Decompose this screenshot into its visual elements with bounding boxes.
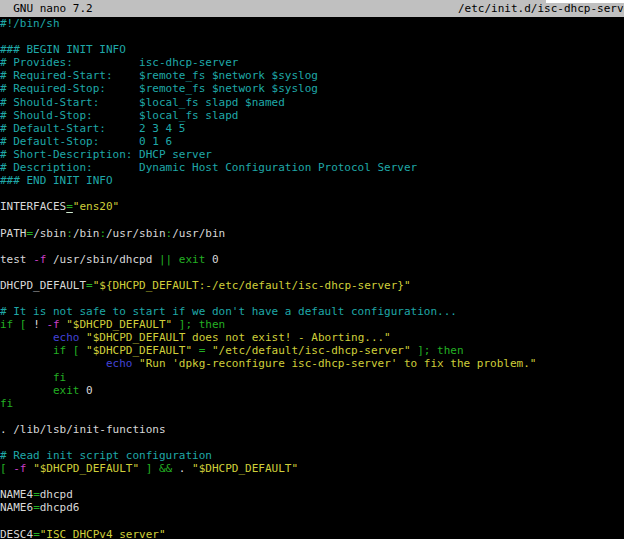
code-token: . /lib/lsb/init-functions xyxy=(0,423,166,436)
code-token: "ens20" xyxy=(73,200,119,213)
code-line[interactable] xyxy=(0,475,624,488)
code-line[interactable]: DESC4="ISC DHCPv4 server" xyxy=(0,528,624,539)
code-token: "ISC DHCPv4 server" xyxy=(40,528,166,539)
code-line[interactable] xyxy=(0,292,624,305)
code-line[interactable]: # Provides: isc-dhcp-server xyxy=(0,56,624,69)
screen-edge-artifact xyxy=(546,0,624,3)
code-token: PATH xyxy=(0,227,27,240)
code-token xyxy=(0,357,106,370)
code-token: DESC4 xyxy=(0,528,33,539)
code-line[interactable]: # Default-Stop: 0 1 6 xyxy=(0,135,624,148)
text-cursor: = xyxy=(66,200,73,213)
code-token: 0 xyxy=(205,253,218,266)
code-token: ### BEGIN INIT INFO xyxy=(0,43,126,56)
code-token: "$DHCPD_DEFAULT" xyxy=(66,318,172,331)
code-token: dhcpd xyxy=(40,488,73,501)
code-token: dhcpd6 xyxy=(40,501,80,514)
code-token: fi xyxy=(0,371,66,384)
code-line[interactable]: ### END INIT INFO xyxy=(0,174,624,187)
code-line[interactable]: . /lib/lsb/init-functions xyxy=(0,423,624,436)
code-line[interactable] xyxy=(0,410,624,423)
code-line[interactable]: # Description: Dynamic Host Configuratio… xyxy=(0,161,624,174)
code-token: # Should-Start: $local_fs slapd $named xyxy=(0,96,285,109)
code-line[interactable] xyxy=(0,436,624,449)
terminal-screen: { "titlebar": { "app": " GNU nano 7.2", … xyxy=(0,0,624,539)
code-token: ### END INIT INFO xyxy=(0,174,113,187)
code-line[interactable]: if [ "$DHCPD_DEFAULT" = "/etc/default/is… xyxy=(0,344,624,357)
code-line[interactable]: if [ ! -f "$DHCPD_DEFAULT" ]; then xyxy=(0,318,624,331)
file-path-label: /etc/init.d/isc-dhcp-server xyxy=(458,2,624,15)
code-token: exit xyxy=(0,384,79,397)
code-token: NAME6 xyxy=(0,501,33,514)
code-token: = xyxy=(192,344,212,357)
code-token: # It is not safe to start if we don't ha… xyxy=(0,305,457,318)
code-token: # Required-Stop: $remote_fs $network $sy… xyxy=(0,82,318,95)
code-line[interactable]: fi xyxy=(0,397,624,410)
code-token: # Short-Description: DHCP server xyxy=(0,148,212,161)
code-line[interactable]: # It is not safe to start if we don't ha… xyxy=(0,305,624,318)
code-token: -f xyxy=(33,253,46,266)
code-line[interactable]: PATH=/sbin:/bin:/usr/sbin:/usr/bin xyxy=(0,227,624,240)
code-token: 0 xyxy=(79,384,92,397)
code-line[interactable]: # Required-Stop: $remote_fs $network $sy… xyxy=(0,82,624,95)
code-token: /sbin xyxy=(33,227,66,240)
code-line[interactable]: NAME6=dhcpd6 xyxy=(0,501,624,514)
code-line[interactable] xyxy=(0,187,624,200)
code-line[interactable]: NAME4=dhcpd xyxy=(0,488,624,501)
code-token: = xyxy=(33,488,40,501)
code-line[interactable]: [ -f "$DHCPD_DEFAULT" ] && . "$DHCPD_DEF… xyxy=(0,462,624,475)
editor-area[interactable]: #!/bin/sh### BEGIN INIT INFO# Provides: … xyxy=(0,17,624,539)
code-line[interactable]: fi xyxy=(0,371,624,384)
code-line[interactable] xyxy=(0,515,624,528)
code-line[interactable]: # Short-Description: DHCP server xyxy=(0,148,624,161)
code-line[interactable]: echo "$DHCPD_DEFAULT does not exist! - A… xyxy=(0,331,624,344)
code-line[interactable]: #!/bin/sh xyxy=(0,17,624,30)
code-token: # Required-Start: $remote_fs $network $s… xyxy=(0,69,318,82)
nano-version-label: GNU nano 7.2 xyxy=(0,2,93,15)
code-line[interactable]: INTERFACES="ens20" xyxy=(0,200,624,213)
code-line[interactable]: exit 0 xyxy=(0,384,624,397)
code-token: DHCPD_DEFAULT xyxy=(0,279,86,292)
code-token: "Run 'dpkg-reconfigure isc-dhcp-server' … xyxy=(139,357,536,370)
code-token: -f xyxy=(13,462,26,475)
code-token: INTERFACES xyxy=(0,200,66,213)
code-line[interactable] xyxy=(0,266,624,279)
code-token: fi xyxy=(0,397,13,410)
code-token: # Should-Stop: $local_fs slapd xyxy=(0,109,238,122)
code-line[interactable]: ### BEGIN INIT INFO xyxy=(0,43,624,56)
code-token: echo xyxy=(53,331,80,344)
code-token: if [ xyxy=(0,318,33,331)
code-token: if [ xyxy=(0,344,86,357)
code-token: "$DHCPD_DEFAULT" xyxy=(86,344,192,357)
code-line[interactable]: # Should-Start: $local_fs slapd $named xyxy=(0,96,624,109)
code-token: # Default-Stop: 0 1 6 xyxy=(0,135,172,148)
code-line[interactable]: # Should-Stop: $local_fs slapd xyxy=(0,109,624,122)
code-token: [ xyxy=(0,462,13,475)
code-line[interactable] xyxy=(0,30,624,43)
code-token: NAME4 xyxy=(0,488,33,501)
code-token: -f xyxy=(46,318,59,331)
code-token: ]; then xyxy=(411,344,464,357)
code-token: /bin xyxy=(73,227,100,240)
code-line[interactable]: echo "Run 'dpkg-reconfigure isc-dhcp-ser… xyxy=(0,357,624,370)
code-token: /usr/sbin/dhcpd xyxy=(46,253,159,266)
code-token: ]; then xyxy=(172,318,225,331)
code-token: # Description: Dynamic Host Configuratio… xyxy=(0,161,417,174)
code-line[interactable] xyxy=(0,240,624,253)
code-line[interactable]: # Required-Start: $remote_fs $network $s… xyxy=(0,69,624,82)
code-token: || xyxy=(159,253,172,266)
code-line[interactable]: # Read init script configuration xyxy=(0,449,624,462)
code-line[interactable]: # Default-Start: 2 3 4 5 xyxy=(0,122,624,135)
code-token xyxy=(172,253,179,266)
code-token: /usr/bin xyxy=(172,227,225,240)
code-token xyxy=(0,331,53,344)
code-token: "$DHCPD_DEFAULT" xyxy=(192,462,298,475)
code-token: #!/bin/sh xyxy=(0,17,60,30)
code-token: # Default-Start: 2 3 4 5 xyxy=(0,122,185,135)
code-token: ! xyxy=(33,318,46,331)
code-token: test xyxy=(0,253,33,266)
code-line[interactable]: DHCPD_DEFAULT="${DHCPD_DEFAULT:-/etc/def… xyxy=(0,279,624,292)
code-line[interactable] xyxy=(0,213,624,226)
code-token: /usr/sbin xyxy=(106,227,166,240)
code-line[interactable]: test -f /usr/sbin/dhcpd || exit 0 xyxy=(0,253,624,266)
